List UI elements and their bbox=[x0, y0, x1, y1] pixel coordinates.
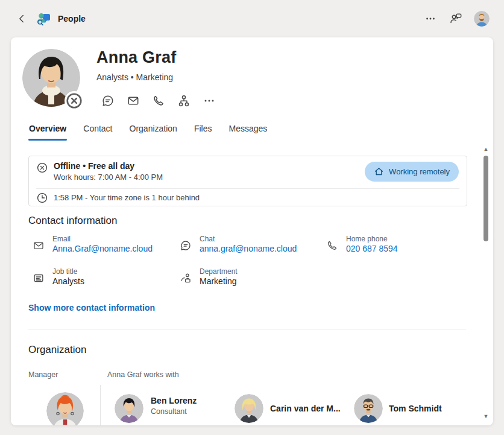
mail-icon[interactable] bbox=[126, 94, 140, 108]
field-label: Department bbox=[200, 267, 238, 276]
person-subtitle: Analysts • Marketing bbox=[96, 72, 173, 82]
working-remotely-label: Working remotely bbox=[389, 167, 450, 176]
field-label: Chat bbox=[200, 235, 215, 243]
work-hours: Work hours: 7:00 AM - 4:00 PM bbox=[54, 173, 163, 182]
tab-messages[interactable]: Messages bbox=[228, 120, 268, 141]
quick-actions bbox=[101, 94, 216, 108]
top-bar: People bbox=[0, 0, 504, 37]
chat-link[interactable]: anna.graf@noname.cloud bbox=[200, 244, 297, 253]
feedback-icon[interactable] bbox=[449, 11, 463, 26]
works-with-label: Anna Graf works with bbox=[107, 370, 179, 379]
org-chart-icon[interactable] bbox=[177, 94, 191, 108]
status-card: Offline • Free all day Work hours: 7:00 … bbox=[28, 156, 467, 206]
email-link[interactable]: Anna.Graf@noname.cloud bbox=[52, 244, 153, 253]
contact-info-heading: Contact information bbox=[28, 215, 117, 227]
show-more-contact-link[interactable]: Show more contact information bbox=[28, 303, 155, 313]
scroll-up-arrow[interactable]: ▲ bbox=[482, 145, 490, 153]
clock-icon bbox=[36, 192, 48, 204]
tab-organization[interactable]: Organization bbox=[129, 120, 178, 141]
chat-bubble-icon bbox=[180, 240, 192, 252]
scroll-down-arrow[interactable]: ▼ bbox=[482, 412, 490, 421]
user-avatar[interactable] bbox=[474, 11, 490, 27]
section-divider bbox=[28, 329, 466, 329]
person-name: Anna Graf bbox=[96, 48, 176, 67]
field-label: Home phone bbox=[346, 235, 388, 243]
home-icon bbox=[374, 167, 384, 177]
department-value: Marketing bbox=[200, 276, 236, 286]
tab-contact[interactable]: Contact bbox=[83, 120, 113, 141]
tab-overview[interactable]: Overview bbox=[28, 120, 67, 141]
availability-status: Offline • Free all day bbox=[54, 161, 134, 171]
more-options-button[interactable] bbox=[423, 11, 438, 26]
person-name: Carin van der M... bbox=[270, 404, 341, 413]
person-name: Ben Lorenz bbox=[151, 396, 197, 405]
organization-heading: Organization bbox=[28, 344, 86, 356]
email-icon bbox=[33, 240, 45, 252]
phone-icon[interactable] bbox=[151, 94, 166, 108]
top-bar-actions bbox=[423, 0, 490, 37]
more-horizontal-icon[interactable] bbox=[202, 94, 216, 108]
person-avatar bbox=[115, 394, 143, 423]
working-remotely-badge: Working remotely bbox=[365, 162, 459, 182]
manager-label: Manager bbox=[28, 370, 58, 379]
field-label: Email bbox=[52, 235, 71, 243]
scrollbar-thumb[interactable] bbox=[484, 156, 488, 241]
person-avatar bbox=[235, 394, 263, 423]
timezone-info: 1:58 PM - Your time zone is 1 hour behin… bbox=[54, 193, 200, 202]
status-divider bbox=[36, 188, 459, 189]
people-app-icon bbox=[36, 11, 52, 27]
field-label: Job title bbox=[52, 267, 77, 276]
back-button[interactable] bbox=[14, 11, 29, 26]
manager-avatar[interactable] bbox=[46, 392, 84, 425]
scrollbar: ▲ ▼ bbox=[482, 145, 490, 421]
person-avatar bbox=[354, 394, 383, 423]
job-title-value: Analysts bbox=[52, 276, 84, 286]
job-title-icon bbox=[33, 272, 45, 284]
profile-card: Anna Graf Analysts • Marketing bbox=[11, 37, 493, 425]
chat-icon[interactable] bbox=[101, 94, 115, 108]
presence-offline-icon bbox=[64, 90, 84, 111]
tab-files[interactable]: Files bbox=[194, 120, 213, 141]
home-phone-link[interactable]: 020 687 8594 bbox=[346, 244, 398, 253]
person-title: Consultant bbox=[151, 407, 197, 416]
page-title: People bbox=[58, 14, 86, 24]
department-icon bbox=[180, 272, 192, 284]
org-divider bbox=[100, 385, 101, 425]
person-name: Tom Schmidt bbox=[389, 404, 442, 413]
x-circle-icon bbox=[36, 162, 48, 174]
tab-bar: Overview Contact Organization Files Mess… bbox=[28, 120, 268, 141]
phone-small-icon bbox=[326, 240, 338, 252]
